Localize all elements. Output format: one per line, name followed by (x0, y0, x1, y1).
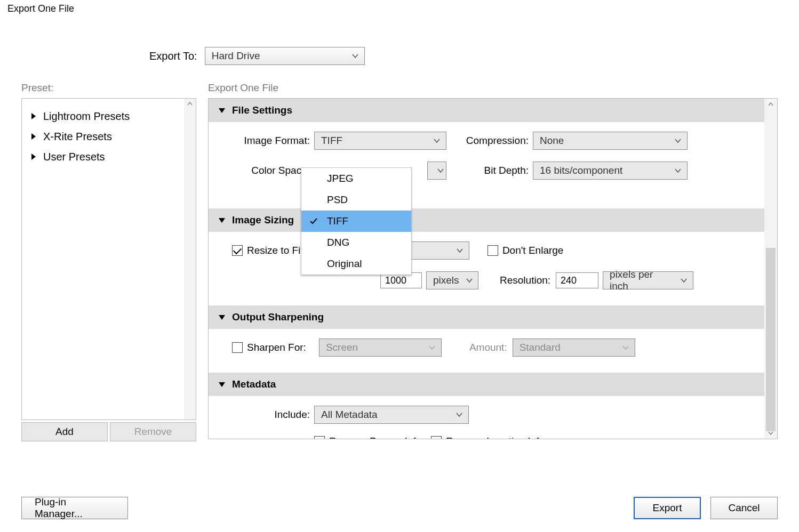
chevron-down-icon (674, 167, 682, 174)
compression-select[interactable]: None (533, 132, 688, 150)
amount-select: Standard (513, 338, 635, 357)
chevron-down-icon (428, 344, 436, 351)
sharpen-for-checkbox[interactable]: Sharpen For: (232, 342, 306, 353)
chevron-down-icon (622, 344, 629, 351)
checkbox-icon (431, 436, 442, 439)
preset-buttons: Add Remove (21, 422, 196, 441)
preset-column: Preset: Lightroom Presets X-Rite Presets (21, 82, 196, 441)
plugin-manager-button[interactable]: Plug-in Manager... (21, 497, 128, 519)
triangle-down-icon (218, 314, 226, 320)
check-icon (309, 216, 318, 226)
cancel-button[interactable]: Cancel (710, 497, 778, 519)
output-sharpening-body: Sharpen For: Screen Amount: Standard (209, 329, 764, 373)
dropdown-item[interactable]: PSD (301, 189, 411, 211)
export-button[interactable]: Export (634, 497, 701, 519)
settings-box: File Settings Image Format: TIFF Compres… (208, 98, 778, 439)
checkbox-icon (232, 342, 243, 353)
preset-scrollbar[interactable] (184, 99, 196, 420)
title-bar: Export One File (0, 0, 799, 22)
triangle-down-icon (218, 381, 226, 388)
dd-label: JPEG (327, 173, 354, 184)
bit-depth-label: Bit Depth: (446, 165, 529, 176)
settings-scrollbar[interactable] (764, 99, 777, 439)
add-preset-button[interactable]: Add (21, 422, 108, 441)
preset-item[interactable]: User Presets (30, 147, 194, 167)
scroll-thumb[interactable] (766, 248, 776, 431)
remove-location-checkbox[interactable]: Remove Location Info (431, 436, 545, 439)
preset-item-label: Lightroom Presets (43, 110, 130, 123)
section-title: Output Sharpening (232, 311, 324, 323)
checkbox-icon (488, 245, 498, 256)
triangle-right-icon (30, 153, 37, 160)
chevron-down-icon (466, 277, 473, 284)
dont-enlarge-label: Don't Enlarge (502, 245, 564, 256)
preset-item[interactable]: X-Rite Presets (30, 126, 194, 147)
main-column: Export One File File Settings Image Form… (208, 82, 778, 441)
section-header-image-sizing[interactable]: Image Sizing (209, 208, 764, 232)
preset-list-box: Lightroom Presets X-Rite Presets User Pr… (21, 98, 196, 420)
export-to-label: Export To: (149, 50, 197, 62)
color-space-select-chevron[interactable] (427, 162, 446, 180)
bit-depth-value: 16 bits/component (540, 165, 622, 176)
dd-label: DNG (327, 237, 349, 248)
resolution-input[interactable] (556, 272, 598, 288)
chevron-down-icon (437, 167, 444, 174)
checkbox-icon (314, 436, 325, 439)
compression-label: Compression: (446, 135, 529, 147)
preset-item-label: User Presets (43, 151, 105, 163)
remove-location-label: Remove Location Info (446, 436, 545, 439)
main-label: Export One File (208, 82, 778, 94)
include-select[interactable]: All Metadata (314, 406, 469, 424)
section-title: File Settings (232, 104, 292, 116)
size-unit-select[interactable]: pixels (426, 271, 478, 289)
size-unit-value: pixels (433, 275, 459, 286)
image-format-dropdown[interactable]: JPEG PSD TIFF DNG Original (301, 167, 412, 275)
file-settings-body: Image Format: TIFF Compression: None (209, 122, 764, 208)
dropdown-item[interactable]: Original (301, 253, 411, 275)
scroll-up-icon[interactable] (764, 99, 777, 110)
svg-marker-4 (219, 218, 225, 223)
export-to-select[interactable]: Hard Drive (205, 47, 365, 65)
svg-marker-6 (219, 382, 225, 387)
resolution-unit-value: pixels per inch (610, 269, 674, 292)
dont-enlarge-checkbox[interactable]: Don't Enlarge (488, 245, 564, 256)
preset-item-label: X-Rite Presets (43, 131, 112, 143)
include-label: Include: (230, 409, 310, 421)
amount-label: Amount: (469, 342, 507, 353)
dd-label: TIFF (327, 215, 348, 227)
chevron-down-icon (674, 137, 682, 144)
preset-label: Preset: (21, 82, 196, 94)
section-header-output-sharpening[interactable]: Output Sharpening (209, 305, 764, 329)
checkbox-icon (232, 245, 243, 256)
remove-person-checkbox[interactable]: Remove Person Info (314, 436, 421, 439)
dialog-content: Export To: Hard Drive Preset: Lightroom … (0, 22, 799, 441)
section-header-metadata[interactable]: Metadata (209, 373, 764, 396)
compression-value: None (540, 135, 564, 147)
bit-depth-select[interactable]: 16 bits/component (533, 162, 688, 180)
export-to-value: Hard Drive (212, 50, 260, 62)
svg-marker-2 (31, 154, 36, 160)
sharpen-value: Screen (326, 342, 358, 353)
chevron-down-icon (456, 411, 463, 418)
remove-preset-button: Remove (110, 422, 196, 441)
close-icon[interactable] (779, 3, 789, 15)
image-format-select[interactable]: TIFF (314, 132, 446, 150)
include-value: All Metadata (321, 409, 378, 421)
preset-item[interactable]: Lightroom Presets (30, 106, 194, 126)
section-title: Image Sizing (232, 214, 294, 226)
scroll-down-icon[interactable] (764, 427, 777, 439)
sharpen-for-select: Screen (319, 338, 442, 357)
remove-person-label: Remove Person Info (329, 436, 421, 439)
section-title: Metadata (232, 378, 276, 390)
export-to-row: Export To: Hard Drive (149, 47, 778, 65)
triangle-right-icon (30, 133, 37, 140)
resolution-unit-select[interactable]: pixels per inch (603, 271, 693, 289)
dropdown-item[interactable]: JPEG (301, 168, 411, 189)
resize-to-fit-checkbox[interactable]: Resize to Fit: (232, 245, 306, 256)
dropdown-item[interactable]: DNG (301, 232, 411, 253)
dropdown-item-selected[interactable]: TIFF (301, 211, 411, 232)
dialog-footer: Plug-in Manager... Export Cancel (0, 484, 799, 532)
metadata-body: Include: All Metadata Remove Person Info (209, 396, 764, 439)
section-header-file-settings[interactable]: File Settings (209, 99, 764, 122)
sharpen-label: Sharpen For: (247, 342, 306, 353)
